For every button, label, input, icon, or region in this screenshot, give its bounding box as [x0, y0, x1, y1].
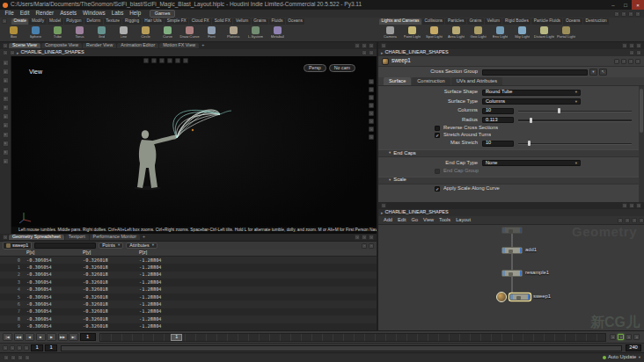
table-row[interactable]: 6 -0.306054 -0.326018 -1.28804 [0, 300, 377, 308]
shelf-tool[interactable]: Sphere [25, 25, 47, 41]
shelf-tab[interactable]: Vellum [485, 18, 501, 25]
shelf-tab[interactable]: Particles [445, 18, 465, 25]
point-snap-icon[interactable] [3, 132, 9, 138]
node-display-flag[interactable] [520, 271, 523, 276]
table-row[interactable]: 3 -0.306054 -0.326018 -1.28804 [0, 279, 377, 286]
node-template-flag[interactable] [502, 248, 505, 253]
desktop-icon[interactable] [614, 11, 619, 17]
jump-start-button[interactable]: |◀ [3, 333, 12, 341]
node-body[interactable] [501, 270, 523, 277]
pane-split-vertical-icon[interactable] [629, 43, 634, 48]
menu-item[interactable]: Tools [436, 218, 453, 223]
cross-section-group-field[interactable] [482, 69, 588, 76]
visualizers-icon[interactable] [369, 127, 374, 132]
param-slider[interactable] [518, 117, 633, 124]
menu-item[interactable]: File [2, 11, 17, 16]
shelf-tool[interactable]: Geo Light [467, 25, 489, 41]
menu-item[interactable]: Help [127, 11, 144, 16]
display-options-icon[interactable] [151, 58, 157, 63]
shelf-tool[interactable]: Area Light [445, 25, 467, 41]
shelf-tab[interactable]: Solid FX [212, 18, 232, 25]
shelf-tool[interactable]: Portal Light [555, 25, 577, 41]
pane-tab[interactable]: Geometry Spreadsheet [9, 235, 64, 240]
script-icon[interactable] [11, 355, 16, 360]
wireframe-icon[interactable] [369, 87, 374, 92]
stop-button[interactable]: ■ [36, 333, 46, 341]
autokey-icon[interactable] [10, 345, 15, 351]
column-header[interactable]: P[x] [23, 250, 79, 255]
shelf-tool[interactable]: Env Light [489, 25, 511, 41]
overview-icon[interactable] [632, 218, 637, 223]
home-icon[interactable] [3, 50, 8, 55]
display-normals-icon[interactable] [369, 111, 374, 116]
breadcrumb[interactable]: CHARLIE_LINEAR_SHAPES [385, 50, 449, 55]
slider-handle[interactable] [530, 118, 532, 123]
shelf-tab[interactable]: Simple FX [165, 18, 188, 25]
desktop-selector[interactable]: Games [150, 10, 176, 18]
shelf-tool[interactable]: Font [201, 25, 223, 41]
table-row[interactable]: 7 -0.306054 -0.326018 -1.28804 [0, 308, 377, 315]
playback-start-field[interactable]: 1 [45, 344, 57, 351]
spreadsheet-node-chip[interactable]: sweep1 [3, 242, 32, 250]
shelf-tab[interactable]: Particle Fluids [531, 18, 562, 25]
shaded-icon[interactable] [369, 95, 374, 100]
no-cam-button[interactable]: No cam [329, 64, 355, 72]
network-node[interactable]: sweep1 [496, 292, 551, 302]
rotate-tool-icon[interactable] [3, 77, 9, 83]
column-header[interactable]: P[z] [135, 250, 192, 255]
shelf-tab[interactable]: Oceans [286, 18, 305, 25]
shelf-tool[interactable]: Platonic [223, 25, 245, 41]
param-node-name[interactable]: sweep1 [392, 58, 411, 63]
node-body[interactable] [509, 293, 531, 300]
param-folder-tab[interactable]: UVs and Attributes [451, 77, 502, 85]
param-value-field[interactable]: None ▾ [482, 160, 581, 166]
shelf-tool[interactable]: Spot Light [423, 25, 445, 41]
param-value-field[interactable]: Round Tube ▾ [482, 90, 581, 96]
class-selector[interactable]: Points ▾ [99, 243, 123, 249]
breadcrumb[interactable]: CHARLIE_LINEAR_SHAPES [21, 50, 84, 55]
range-end-field[interactable]: 240 [626, 344, 641, 351]
pin-icon[interactable] [621, 59, 626, 64]
shelf-tool[interactable]: Sky Light [511, 25, 533, 41]
param-value-field[interactable]: 0.113 ▾ [482, 117, 514, 123]
shelf-tab[interactable]: Texture [104, 18, 122, 25]
hotkeys-icon[interactable] [628, 11, 633, 17]
new-tab-button[interactable]: + [141, 235, 147, 239]
param-value-field[interactable]: 10 ▾ [482, 141, 514, 147]
group-pick-button[interactable]: ↖ [599, 69, 607, 76]
grid-toggle-icon[interactable] [175, 58, 180, 63]
audio-icon[interactable] [626, 334, 632, 340]
gear-icon[interactable] [639, 218, 644, 223]
menu-item[interactable]: Assets [57, 11, 80, 16]
message-log-icon[interactable] [4, 355, 9, 360]
shelf-tool[interactable]: Camera [379, 25, 401, 41]
autosave-icon[interactable] [621, 11, 626, 17]
loop-icon[interactable] [610, 334, 616, 340]
network-node[interactable]: resample1 [501, 270, 549, 277]
view-mode-icon[interactable] [3, 158, 9, 164]
table-row[interactable]: 9 -0.306054 -0.326018 -1.28804 [0, 323, 377, 330]
pane-menu-icon[interactable] [381, 43, 386, 48]
group-select-arrow-button[interactable]: ▾ [589, 69, 597, 76]
shelf-tab[interactable]: Polygon [64, 18, 84, 25]
pane-menu-icon[interactable] [381, 203, 386, 208]
range-start-field[interactable]: 1 [31, 344, 43, 351]
ruler-icon[interactable] [369, 119, 374, 124]
pane-menu-icon[interactable] [3, 43, 8, 48]
prev-key-button[interactable]: ◀◀ [14, 333, 24, 341]
gear-icon[interactable] [635, 59, 640, 64]
param-checkbox[interactable] [435, 186, 440, 192]
pin-icon[interactable] [362, 50, 367, 55]
node-template-flag[interactable] [502, 271, 505, 276]
options-icon[interactable] [24, 345, 29, 351]
param-value-field[interactable]: 10 ▾ [482, 108, 514, 114]
shelf-menu-icon[interactable] [2, 18, 7, 24]
refresh-icon[interactable] [362, 243, 367, 249]
persp-button[interactable]: Persp [304, 64, 326, 72]
help-icon[interactable] [628, 59, 633, 64]
network-node[interactable]: add1 [501, 247, 537, 254]
maximize-button[interactable]: □ [619, 0, 632, 10]
pane-menu-icon[interactable] [3, 235, 8, 240]
pane-split-vertical-icon[interactable] [362, 43, 367, 48]
network-node[interactable] [501, 227, 525, 234]
